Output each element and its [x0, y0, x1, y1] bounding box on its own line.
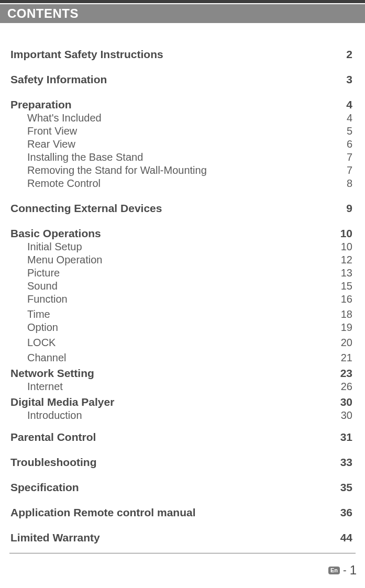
toc-sub: Option 19: [10, 321, 352, 334]
toc-title: Front View: [27, 125, 77, 137]
toc-page: 30: [340, 396, 352, 408]
toc-section: Network Setting 23: [10, 367, 352, 380]
toc-sub: Introduction 30: [10, 409, 352, 421]
toc-page: 8: [347, 177, 352, 190]
toc-title: Option: [27, 321, 58, 334]
toc-page: 44: [340, 531, 352, 544]
toc-title: Basic Operations: [10, 227, 101, 240]
toc-page: 2: [346, 48, 352, 61]
toc-page: 3: [346, 73, 352, 86]
toc-page: 13: [341, 267, 352, 279]
toc-page: 5: [347, 125, 352, 137]
toc-page: 33: [340, 456, 352, 469]
toc-title: What's Included: [27, 112, 102, 124]
toc-page: 35: [340, 481, 352, 494]
toc-page: 23: [340, 367, 352, 380]
contents-title: CONTENTS: [7, 6, 79, 20]
toc-section: Safety Information 3: [10, 73, 352, 86]
toc-title: Channel: [27, 352, 67, 364]
toc-page: 7: [347, 151, 352, 163]
toc-title: Internet: [27, 381, 63, 393]
toc-sub: LOCK 20: [10, 337, 352, 349]
footer-dash: -: [343, 564, 347, 576]
toc-section: Parental Control 31: [10, 431, 352, 443]
toc-title: Picture: [27, 267, 60, 279]
toc-page: 10: [341, 241, 352, 253]
toc-title: Introduction: [27, 409, 82, 421]
toc-title: LOCK: [27, 337, 56, 349]
toc-title: Connecting External Devices: [10, 202, 162, 215]
toc-page: 10: [340, 227, 352, 240]
toc-sub: Front View 5: [10, 125, 352, 137]
toc-page: 15: [341, 280, 352, 292]
toc-section: Basic Operations 10: [10, 227, 352, 240]
footer-divider: [9, 553, 356, 553]
toc-sub: Removing the Stand for Wall-Mounting 7: [10, 164, 352, 176]
toc-section: Preparation 4: [10, 98, 352, 111]
toc-title: Rear View: [27, 138, 75, 150]
contents-header: CONTENTS: [0, 4, 365, 23]
toc-section: Important Safety Instructions 2: [10, 48, 352, 61]
toc-page: 36: [340, 506, 352, 519]
toc-sub: Function 16: [10, 293, 352, 305]
toc-title: Parental Control: [10, 431, 96, 443]
toc-page: 7: [347, 164, 352, 176]
toc-title: Initial Setup: [27, 241, 82, 253]
toc-sub: Sound 15: [10, 280, 352, 292]
toc-sub: Channel 21: [10, 352, 352, 364]
toc-page: 4: [346, 98, 352, 111]
toc-title: Menu Operation: [27, 254, 102, 266]
toc-sub: Remote Control 8: [10, 177, 352, 190]
footer-page-number: 1: [350, 563, 357, 578]
toc-sub: Rear View 6: [10, 138, 352, 150]
toc-title: Specification: [10, 481, 79, 494]
toc-title: Safety Information: [10, 73, 107, 86]
toc-title: Network Setting: [10, 367, 94, 380]
toc-title: Installing the Base Stand: [27, 151, 143, 163]
toc-sub: Installing the Base Stand 7: [10, 151, 352, 163]
toc-section: Application Remote control manual 36: [10, 506, 352, 519]
toc-page: 31: [340, 431, 352, 443]
toc-page: 30: [341, 409, 352, 421]
toc-page: 26: [341, 381, 352, 393]
toc-page: 12: [341, 254, 352, 266]
toc-sub: Menu Operation 12: [10, 254, 352, 266]
toc-section: Troubleshooting 33: [10, 456, 352, 469]
toc-page: 21: [341, 352, 352, 364]
toc-title: Function: [27, 293, 68, 305]
top-bar: [0, 0, 365, 3]
toc-sub: Picture 13: [10, 267, 352, 279]
toc-page: 20: [341, 337, 352, 349]
toc-title: Digital Media Palyer: [10, 396, 114, 408]
toc-page: 16: [341, 293, 352, 305]
toc-title: Remote Control: [27, 177, 101, 190]
toc-page: 4: [347, 112, 352, 124]
toc-page: 18: [341, 308, 352, 320]
toc-title: Limited Warranty: [10, 531, 100, 544]
toc-title: Removing the Stand for Wall-Mounting: [27, 164, 207, 176]
toc-section: Digital Media Palyer 30: [10, 396, 352, 408]
toc-sub: What's Included 4: [10, 112, 352, 124]
toc-page: 6: [347, 138, 352, 150]
toc-sub: Time 18: [10, 308, 352, 320]
toc-section: Connecting External Devices 9: [10, 202, 352, 215]
toc-page: 9: [346, 202, 352, 215]
toc-page: 19: [341, 321, 352, 334]
toc-sub: Internet 26: [10, 381, 352, 393]
toc-title: Important Safety Instructions: [10, 48, 163, 61]
language-badge: En: [328, 567, 340, 574]
toc-title: Sound: [27, 280, 58, 292]
toc-title: Preparation: [10, 98, 72, 111]
toc-title: Application Remote control manual: [10, 506, 196, 519]
toc-container: Important Safety Instructions 2 Safety I…: [0, 23, 365, 544]
toc-sub: Initial Setup 10: [10, 241, 352, 253]
page-footer: En - 1: [328, 563, 357, 578]
toc-title: Troubleshooting: [10, 456, 96, 469]
toc-section: Specification 35: [10, 481, 352, 494]
toc-section: Limited Warranty 44: [10, 531, 352, 544]
toc-title: Time: [27, 308, 50, 320]
